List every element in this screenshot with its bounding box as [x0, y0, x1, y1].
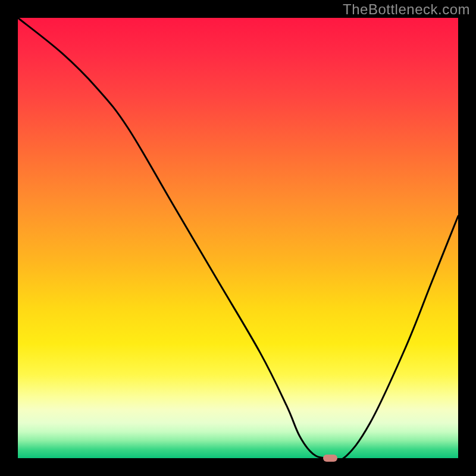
curve-path — [18, 18, 458, 461]
watermark-text: TheBottleneck.com — [343, 1, 470, 18]
optimal-point-marker — [323, 455, 337, 462]
chart-frame: TheBottleneck.com — [0, 0, 476, 476]
bottleneck-curve — [18, 18, 458, 458]
